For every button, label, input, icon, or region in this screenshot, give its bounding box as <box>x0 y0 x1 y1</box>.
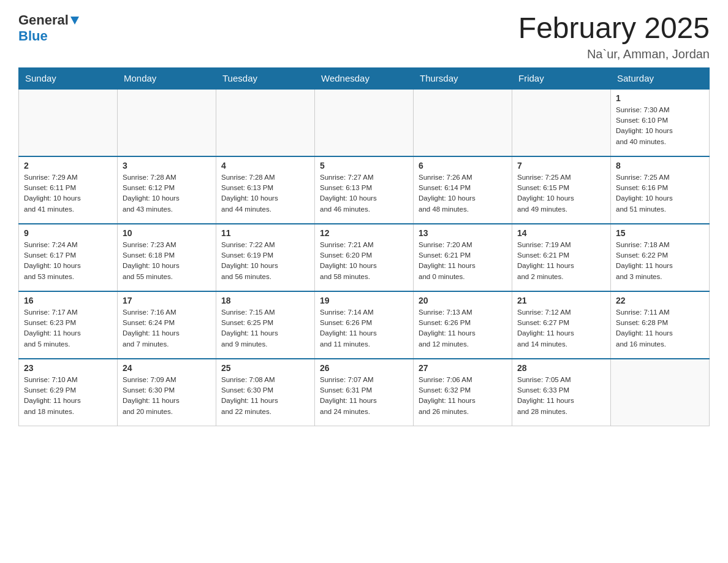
day-number: 8 <box>616 161 704 170</box>
month-title: February 2025 <box>518 12 710 45</box>
day-info: Sunrise: 7:09 AM Sunset: 6:30 PM Dayligh… <box>123 375 211 417</box>
calendar-cell: 16Sunrise: 7:17 AM Sunset: 6:23 PM Dayli… <box>19 291 118 359</box>
week-row-2: 2Sunrise: 7:29 AM Sunset: 6:11 PM Daylig… <box>19 156 710 224</box>
calendar-cell: 21Sunrise: 7:12 AM Sunset: 6:27 PM Dayli… <box>512 291 611 359</box>
day-info: Sunrise: 7:18 AM Sunset: 6:22 PM Dayligh… <box>616 240 704 282</box>
day-info: Sunrise: 7:25 AM Sunset: 6:15 PM Dayligh… <box>517 172 605 215</box>
calendar-cell: 5Sunrise: 7:27 AM Sunset: 6:13 PM Daylig… <box>315 156 414 224</box>
calendar-cell: 7Sunrise: 7:25 AM Sunset: 6:15 PM Daylig… <box>512 156 611 224</box>
day-info: Sunrise: 7:24 AM Sunset: 6:17 PM Dayligh… <box>24 240 112 282</box>
day-info: Sunrise: 7:29 AM Sunset: 6:11 PM Dayligh… <box>24 172 112 215</box>
calendar-cell: 27Sunrise: 7:06 AM Sunset: 6:32 PM Dayli… <box>414 359 512 426</box>
calendar-cell: 18Sunrise: 7:15 AM Sunset: 6:25 PM Dayli… <box>216 291 315 359</box>
calendar-cell: 2Sunrise: 7:29 AM Sunset: 6:11 PM Daylig… <box>19 156 118 224</box>
weekday-header-wednesday: Wednesday <box>315 67 414 89</box>
day-info: Sunrise: 7:28 AM Sunset: 6:12 PM Dayligh… <box>123 172 211 215</box>
calendar-cell <box>315 89 414 156</box>
day-info: Sunrise: 7:25 AM Sunset: 6:16 PM Dayligh… <box>616 172 704 215</box>
calendar-cell: 25Sunrise: 7:08 AM Sunset: 6:30 PM Dayli… <box>216 359 315 426</box>
weekday-header-saturday: Saturday <box>611 67 710 89</box>
weekday-header-tuesday: Tuesday <box>216 67 315 89</box>
weekday-header-friday: Friday <box>512 67 611 89</box>
page-header: General Blue February 2025 Na`ur, Amman,… <box>18 12 710 61</box>
day-number: 13 <box>419 228 507 238</box>
day-number: 3 <box>123 161 211 170</box>
day-info: Sunrise: 7:10 AM Sunset: 6:29 PM Dayligh… <box>24 375 112 417</box>
day-info: Sunrise: 7:17 AM Sunset: 6:23 PM Dayligh… <box>24 307 112 350</box>
day-info: Sunrise: 7:23 AM Sunset: 6:18 PM Dayligh… <box>123 240 211 282</box>
logo-general-row: General <box>18 12 79 28</box>
calendar-cell <box>611 359 710 426</box>
logo-blue-row: Blue <box>18 28 48 44</box>
day-number: 4 <box>221 161 309 170</box>
calendar-cell: 11Sunrise: 7:22 AM Sunset: 6:19 PM Dayli… <box>216 224 315 291</box>
day-number: 14 <box>517 228 605 238</box>
day-number: 22 <box>616 296 704 305</box>
day-info: Sunrise: 7:07 AM Sunset: 6:31 PM Dayligh… <box>320 375 408 417</box>
weekday-header-thursday: Thursday <box>414 67 512 89</box>
calendar-cell: 20Sunrise: 7:13 AM Sunset: 6:26 PM Dayli… <box>414 291 512 359</box>
day-info: Sunrise: 7:16 AM Sunset: 6:24 PM Dayligh… <box>123 307 211 350</box>
calendar-cell: 24Sunrise: 7:09 AM Sunset: 6:30 PM Dayli… <box>118 359 216 426</box>
title-block: February 2025 Na`ur, Amman, Jordan <box>518 12 710 61</box>
day-number: 1 <box>616 93 704 103</box>
logo-general-text: General <box>18 12 69 28</box>
day-info: Sunrise: 7:26 AM Sunset: 6:14 PM Dayligh… <box>419 172 507 215</box>
day-number: 21 <box>517 296 605 305</box>
calendar-cell: 12Sunrise: 7:21 AM Sunset: 6:20 PM Dayli… <box>315 224 414 291</box>
day-number: 15 <box>616 228 704 238</box>
day-info: Sunrise: 7:28 AM Sunset: 6:13 PM Dayligh… <box>221 172 309 215</box>
weekday-header-sunday: Sunday <box>19 67 118 89</box>
calendar-cell: 22Sunrise: 7:11 AM Sunset: 6:28 PM Dayli… <box>611 291 710 359</box>
calendar-cell: 8Sunrise: 7:25 AM Sunset: 6:16 PM Daylig… <box>611 156 710 224</box>
day-info: Sunrise: 7:11 AM Sunset: 6:28 PM Dayligh… <box>616 307 704 350</box>
calendar-cell: 17Sunrise: 7:16 AM Sunset: 6:24 PM Dayli… <box>118 291 216 359</box>
day-info: Sunrise: 7:21 AM Sunset: 6:20 PM Dayligh… <box>320 240 408 282</box>
calendar-table: SundayMondayTuesdayWednesdayThursdayFrid… <box>18 67 710 427</box>
day-number: 16 <box>24 296 112 305</box>
calendar-cell: 10Sunrise: 7:23 AM Sunset: 6:18 PM Dayli… <box>118 224 216 291</box>
logo-blue-text: Blue <box>18 28 48 44</box>
calendar-cell: 13Sunrise: 7:20 AM Sunset: 6:21 PM Dayli… <box>414 224 512 291</box>
logo-triangle-icon <box>70 17 79 25</box>
day-info: Sunrise: 7:30 AM Sunset: 6:10 PM Dayligh… <box>616 105 704 147</box>
day-info: Sunrise: 7:13 AM Sunset: 6:26 PM Dayligh… <box>419 307 507 350</box>
calendar-cell <box>512 89 611 156</box>
week-row-4: 16Sunrise: 7:17 AM Sunset: 6:23 PM Dayli… <box>19 291 710 359</box>
day-number: 20 <box>419 296 507 305</box>
calendar-cell: 14Sunrise: 7:19 AM Sunset: 6:21 PM Dayli… <box>512 224 611 291</box>
day-number: 12 <box>320 228 408 238</box>
day-number: 6 <box>419 161 507 170</box>
day-number: 17 <box>123 296 211 305</box>
location-title: Na`ur, Amman, Jordan <box>518 47 710 61</box>
calendar-cell: 23Sunrise: 7:10 AM Sunset: 6:29 PM Dayli… <box>19 359 118 426</box>
calendar-cell <box>19 89 118 156</box>
day-info: Sunrise: 7:08 AM Sunset: 6:30 PM Dayligh… <box>221 375 309 417</box>
day-info: Sunrise: 7:12 AM Sunset: 6:27 PM Dayligh… <box>517 307 605 350</box>
day-info: Sunrise: 7:27 AM Sunset: 6:13 PM Dayligh… <box>320 172 408 215</box>
weekday-header-row: SundayMondayTuesdayWednesdayThursdayFrid… <box>19 67 710 89</box>
day-info: Sunrise: 7:20 AM Sunset: 6:21 PM Dayligh… <box>419 240 507 282</box>
day-number: 11 <box>221 228 309 238</box>
day-number: 9 <box>24 228 112 238</box>
day-info: Sunrise: 7:05 AM Sunset: 6:33 PM Dayligh… <box>517 375 605 417</box>
day-number: 10 <box>123 228 211 238</box>
day-number: 28 <box>517 363 605 373</box>
calendar-cell: 4Sunrise: 7:28 AM Sunset: 6:13 PM Daylig… <box>216 156 315 224</box>
calendar-cell: 28Sunrise: 7:05 AM Sunset: 6:33 PM Dayli… <box>512 359 611 426</box>
day-number: 23 <box>24 363 112 373</box>
day-number: 25 <box>221 363 309 373</box>
day-number: 27 <box>419 363 507 373</box>
day-number: 5 <box>320 161 408 170</box>
calendar-cell <box>216 89 315 156</box>
day-number: 7 <box>517 161 605 170</box>
day-info: Sunrise: 7:15 AM Sunset: 6:25 PM Dayligh… <box>221 307 309 350</box>
weekday-header-monday: Monday <box>118 67 216 89</box>
calendar-cell: 19Sunrise: 7:14 AM Sunset: 6:26 PM Dayli… <box>315 291 414 359</box>
calendar-cell: 3Sunrise: 7:28 AM Sunset: 6:12 PM Daylig… <box>118 156 216 224</box>
day-info: Sunrise: 7:14 AM Sunset: 6:26 PM Dayligh… <box>320 307 408 350</box>
week-row-1: 1Sunrise: 7:30 AM Sunset: 6:10 PM Daylig… <box>19 89 710 156</box>
calendar-cell: 26Sunrise: 7:07 AM Sunset: 6:31 PM Dayli… <box>315 359 414 426</box>
day-info: Sunrise: 7:22 AM Sunset: 6:19 PM Dayligh… <box>221 240 309 282</box>
week-row-3: 9Sunrise: 7:24 AM Sunset: 6:17 PM Daylig… <box>19 224 710 291</box>
